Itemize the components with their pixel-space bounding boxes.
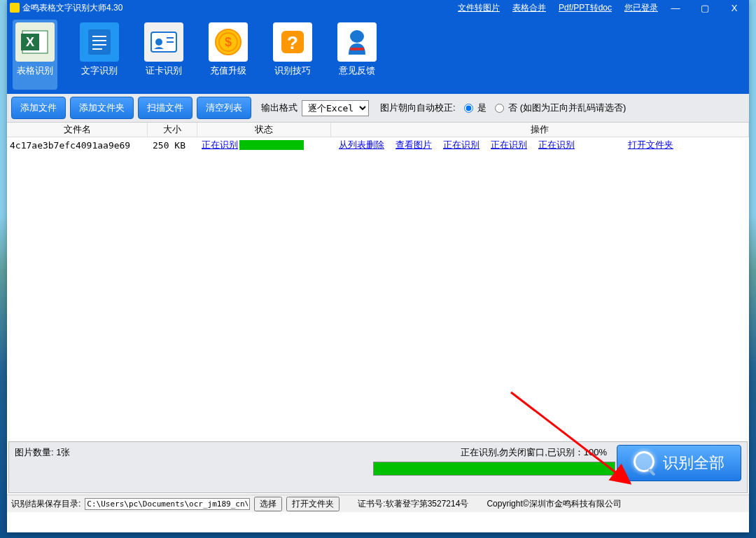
menu-pdf-ppt[interactable]: Pdf/PPT转doc [559, 2, 612, 14]
cell-status: 正在识别 [202, 139, 335, 151]
card-icon [144, 22, 183, 62]
row-op-link[interactable]: 正在识别 [443, 139, 479, 151]
tool-label: 表格识别 [17, 64, 53, 77]
open-folder-button[interactable]: 打开文件夹 [286, 497, 340, 511]
clear-list-button[interactable]: 清空列表 [197, 97, 251, 119]
window-title: 金鸣表格文字识别大师4.30 [22, 2, 122, 14]
orientation-group: 图片朝向自动校正: 是 否 (如图为正向并乱码请选否) [380, 102, 626, 114]
cell-filename: 4c17ae3b7efc4091aa9e69 [7, 140, 150, 151]
titlebar-menu: 文件转图片 表格合并 Pdf/PPT转doc 您已登录 [458, 0, 658, 15]
recognize-all-label: 识别全部 [663, 453, 724, 474]
orientation-no-radio[interactable] [495, 104, 504, 113]
copyright-text: Copyright©深圳市金鸣科技有限公司 [486, 498, 621, 510]
titlebar[interactable]: 金鸣表格文字识别大师4.30 文件转图片 表格合并 Pdf/PPT转doc 您已… [7, 0, 749, 15]
add-file-button[interactable]: 添加文件 [11, 97, 66, 119]
add-folder-button[interactable]: 添加文件夹 [70, 97, 134, 119]
scan-file-button[interactable]: 扫描文件 [138, 97, 192, 119]
svg-point-17 [350, 30, 364, 43]
recognize-all-button[interactable]: 识别全部 [617, 445, 741, 481]
row-op-link[interactable]: 打开文件夹 [628, 139, 673, 151]
svg-rect-18 [350, 48, 364, 50]
image-count: 图片数量: 1张 [15, 447, 70, 457]
row-op-link[interactable]: 正在识别 [538, 139, 575, 151]
save-dir-label: 识别结果保存目录: [11, 498, 80, 510]
output-format-label: 输出格式 [261, 102, 298, 114]
choose-dir-button[interactable]: 选择 [254, 497, 282, 511]
excel-icon: X [15, 22, 55, 62]
orientation-no-label: 否 [508, 102, 517, 114]
row-op-link[interactable]: 正在识别 [491, 139, 527, 151]
tool-card-ocr[interactable]: 证卡识别 [141, 20, 186, 90]
tool-recharge[interactable]: $充值升级 [206, 20, 251, 90]
progress-text: 正在识别,勿关闭窗口,已识别：100% [461, 446, 607, 459]
row-status-link[interactable]: 正在识别 [202, 139, 238, 151]
maximize-button[interactable]: ▢ [690, 0, 720, 15]
row-op-link[interactable]: 查看图片 [396, 139, 432, 151]
svg-text:$: $ [225, 35, 232, 49]
minimize-button[interactable]: — [661, 0, 690, 15]
output-format-select[interactable]: 逐个Excel [302, 100, 369, 116]
svg-point-9 [155, 39, 162, 46]
coin-icon: $ [209, 22, 248, 62]
main-toolbar: X表格识别文字识别证卡识别$充值升级?识别技巧意见反馈 [7, 15, 749, 94]
orientation-hint: (如图为正向并乱码请选否) [520, 102, 626, 114]
row-op-link[interactable]: 从列表删除 [339, 139, 384, 151]
col-size[interactable]: 大小 [148, 123, 197, 137]
menu-login[interactable]: 您已登录 [624, 2, 658, 14]
tool-label: 识别技巧 [274, 64, 311, 77]
text-icon [80, 22, 119, 62]
table-row[interactable]: 4c17ae3b7efc4091aa9e69250 KB正在识别从列表删除查看图… [7, 137, 749, 153]
file-list: 4c17ae3b7efc4091aa9e69250 KB正在识别从列表删除查看图… [7, 137, 749, 440]
tool-label: 充值升级 [210, 64, 246, 77]
tool-label: 证卡识别 [146, 64, 182, 77]
cell-ops: 从列表删除查看图片正在识别正在识别正在识别打开文件夹 [335, 139, 749, 151]
orientation-yes-label: 是 [477, 102, 486, 114]
tool-feedback[interactable]: 意见反馈 [335, 20, 379, 90]
cell-size: 250 KB [150, 140, 202, 151]
menu-file-to-image[interactable]: 文件转图片 [458, 2, 500, 14]
big-progress-bar [373, 462, 615, 476]
tool-text-ocr[interactable]: 文字识别 [77, 20, 122, 90]
tool-label: 意见反馈 [339, 64, 375, 77]
col-ops[interactable]: 操作 [331, 123, 749, 137]
col-name[interactable]: 文件名 [7, 123, 148, 137]
help-icon: ? [273, 22, 312, 62]
row-progress-bar [239, 140, 304, 150]
app-icon [10, 3, 20, 13]
action-bar: 添加文件 添加文件夹 扫描文件 清空列表 输出格式 逐个Excel 图片朝向自动… [7, 94, 749, 123]
list-header: 文件名 大小 状态 操作 [7, 123, 749, 137]
bottom-bar: 识别结果保存目录: 选择 打开文件夹 证书号:软著登字第3527214号 Cop… [7, 495, 749, 512]
close-button[interactable]: X [720, 0, 749, 15]
tool-tips[interactable]: ?识别技巧 [270, 20, 315, 90]
svg-text:?: ? [287, 32, 298, 53]
col-status[interactable]: 状态 [197, 123, 331, 137]
cert-text: 证书号:软著登字第3527214号 [358, 498, 468, 510]
save-dir-input[interactable] [85, 498, 250, 510]
magnifier-icon [634, 451, 657, 475]
orientation-yes-radio[interactable] [464, 104, 473, 113]
menu-table-merge[interactable]: 表格合并 [512, 2, 546, 14]
feedback-icon [337, 22, 377, 62]
svg-text:X: X [26, 35, 34, 49]
tool-table-ocr[interactable]: X表格识别 [13, 20, 57, 90]
status-panel: 图片数量: 1张 正在识别,勿关闭窗口,已识别：100% 识别全部 [8, 441, 748, 493]
svg-rect-3 [88, 29, 111, 55]
orientation-label: 图片朝向自动校正: [380, 102, 456, 114]
tool-label: 文字识别 [81, 64, 118, 77]
